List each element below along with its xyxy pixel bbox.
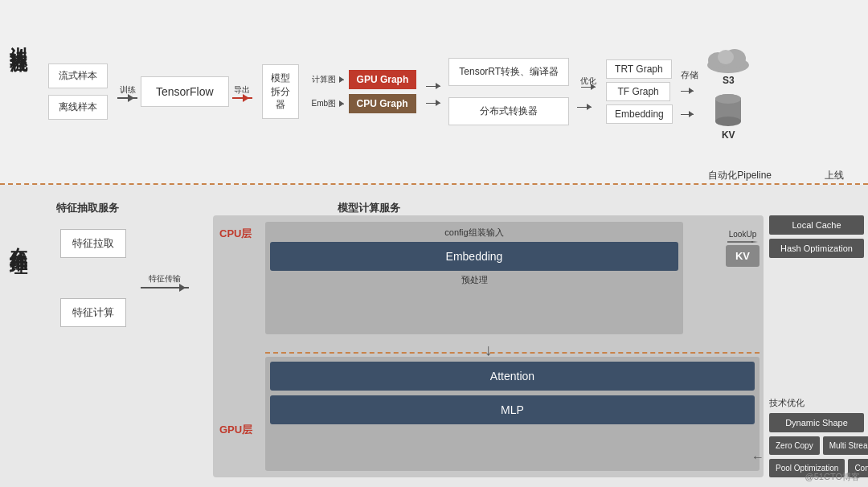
- preprocessing-label: 预处理: [270, 274, 678, 286]
- gpu-graph-box: GPU Graph: [349, 70, 417, 89]
- attention-box: Attention: [270, 362, 755, 391]
- right-opt-panel: Local Cache Hash Optimization 技术优化 Dynam…: [769, 215, 864, 477]
- svg-marker-9: [751, 241, 758, 243]
- hash-optimization-box: Hash Optimization: [769, 239, 864, 258]
- tech-opt-label: 技术优化: [769, 397, 864, 409]
- model-service-label: 模型计算服务: [338, 201, 400, 215]
- distributed-converter: 分布式转换器: [448, 97, 569, 125]
- online-section-label: 在线推理: [6, 233, 31, 246]
- cpu-graph-row: Emb图 CPU Graph: [312, 94, 417, 113]
- converter-arrows: [426, 80, 440, 104]
- storage-arrows: [681, 89, 698, 115]
- kv-box: KV: [726, 245, 760, 267]
- tensorrt-converter: TensorRT转换、编译器: [448, 58, 569, 86]
- spacer: [769, 262, 864, 393]
- cpu-graph-box: CPU Graph: [349, 94, 416, 113]
- watermark: @51CTO博客: [805, 471, 860, 483]
- tf-graph-item: TF Graph: [606, 82, 673, 101]
- zero-copy-box: Zero Copy: [769, 436, 820, 455]
- train-arrow: 训练: [117, 84, 137, 99]
- dynamic-shape-box: Dynamic Shape: [769, 413, 864, 432]
- export-arrow: 导出: [232, 84, 252, 99]
- online-inference-section: 在线推理 特征抽取服务 模型计算服务 特征拉取 特征计算 特征传输 CPU层 c…: [0, 185, 868, 487]
- export-arrow-line: [232, 97, 252, 99]
- svg-point-7: [715, 94, 741, 104]
- feature-boxes: 特征拉取 特征计算: [60, 229, 126, 327]
- feature-service-label: 特征抽取服务: [56, 201, 119, 215]
- gpu-inner-box: Attention MLP: [265, 357, 760, 471]
- config-input-label: config组装输入: [270, 227, 678, 239]
- model-splitter-box: 模型 拆分 器: [262, 64, 299, 119]
- multi-stream-box: Multi Stream: [823, 436, 868, 455]
- feature-compute-box: 特征计算: [60, 298, 126, 327]
- output-graphs: TRT Graph TF Graph Embedding: [606, 59, 673, 124]
- training-section: 训练流程 流式样本 离线样本 训练 TensorFlow 导出: [0, 0, 868, 185]
- embedding-output-box: Embedding: [606, 104, 673, 124]
- embedding-item: Embedding: [606, 104, 673, 124]
- feature-transfer-area: 特征传输: [141, 273, 189, 289]
- streaming-sample: 流式样本: [48, 63, 108, 88]
- graph-section: 计算图 GPU Graph Emb图 CPU Graph: [312, 70, 417, 113]
- cloud-icon: [706, 43, 751, 73]
- tf-graph-box: TF Graph: [606, 82, 670, 101]
- sample-boxes: 流式样本 离线样本: [48, 63, 108, 120]
- feature-pull-box: 特征拉取: [60, 229, 126, 258]
- auto-pipeline-label: 自动化Pipeline: [708, 169, 772, 182]
- converters: TensorRT转换、编译器 分布式转换器: [448, 58, 569, 125]
- storage-label-area: 存储: [681, 69, 698, 115]
- kv-storage: KV: [714, 92, 743, 141]
- svg-point-6: [715, 117, 741, 126]
- cpu-gpu-separator: [265, 352, 760, 354]
- calc-graph-label: 计算图: [312, 74, 336, 85]
- lookup-arrow: [727, 241, 758, 243]
- emb-graph-label: Emb图: [312, 98, 336, 109]
- computation-main-box: CPU层 config组装输入 Embedding 预处理 LookUp KV …: [213, 215, 764, 477]
- storage-shapes: S3 KV: [706, 43, 751, 141]
- s3-storage: S3: [706, 43, 751, 86]
- left-arrow-opt: ←: [751, 450, 764, 464]
- zero-multi-row: Zero Copy Multi Stream: [769, 436, 864, 455]
- cpu-inner-box: config组装输入 Embedding 预处理: [265, 222, 683, 334]
- training-content: 流式样本 离线样本 训练 TensorFlow 导出 模型: [48, 8, 860, 175]
- mlp-box: MLP: [270, 395, 755, 424]
- offline-sample: 离线样本: [48, 95, 108, 120]
- gpu-graph-row: 计算图 GPU Graph: [312, 70, 417, 89]
- cpu-layer-label: CPU层: [219, 227, 252, 241]
- database-icon: [714, 92, 743, 128]
- local-cache-box: Local Cache: [769, 215, 864, 235]
- training-section-label: 训练流程: [6, 32, 31, 45]
- main-container: 训练流程 流式样本 离线样本 训练 TensorFlow 导出: [0, 0, 868, 487]
- train-arrow-line: [117, 97, 137, 99]
- trt-graph-box: TRT Graph: [606, 59, 672, 79]
- lookup-kv-area: LookUp KV: [726, 230, 760, 267]
- svg-point-3: [718, 50, 734, 64]
- cpu-to-gpu-arrow: ↓: [485, 341, 493, 359]
- tensorflow-box: TensorFlow: [141, 76, 229, 107]
- gpu-layer-label: GPU层: [219, 423, 252, 437]
- embedding-box: Embedding: [270, 242, 678, 271]
- optimize-arrows: 优化: [577, 76, 600, 108]
- trt-graph-item: TRT Graph: [606, 59, 673, 79]
